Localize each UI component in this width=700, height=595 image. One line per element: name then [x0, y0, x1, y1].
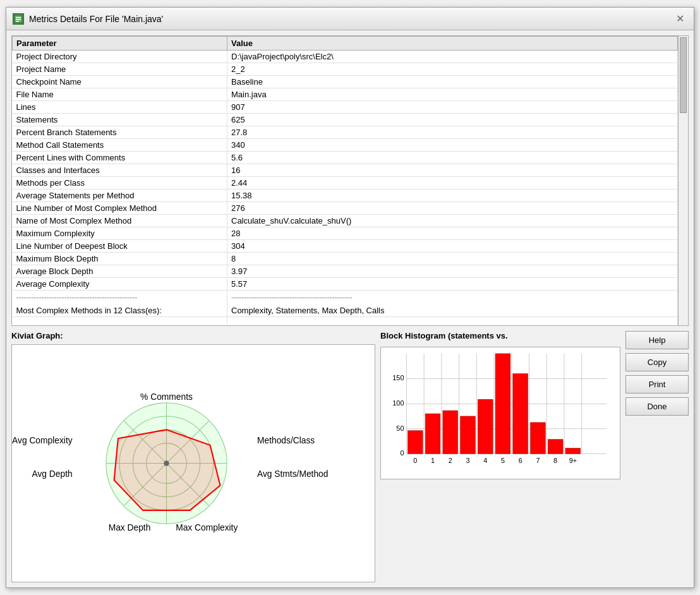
histogram-svg: 0 50 100 150 0 1 2 3 4 5 6 7 8: [381, 347, 620, 479]
table-row: Line Number of Deepest Block304: [13, 240, 678, 253]
param-cell: Project Name: [13, 63, 227, 76]
help-button[interactable]: Help: [625, 331, 689, 349]
svg-text:100: 100: [392, 399, 404, 407]
table-row: Statements625: [13, 114, 678, 126]
svg-text:0: 0: [400, 449, 404, 457]
buttons-panel: Help Copy Print Done: [625, 331, 689, 582]
svg-rect-3: [16, 21, 19, 22]
param-cell: Average Statements per Method: [13, 189, 227, 202]
svg-rect-33: [461, 416, 476, 454]
svg-rect-32: [443, 411, 458, 454]
svg-rect-34: [478, 399, 493, 454]
param-cell: Checkpoint Name: [13, 76, 227, 88]
svg-text:150: 150: [392, 374, 404, 382]
value-cell: 2_2: [227, 63, 678, 76]
window-icon: [13, 13, 24, 25]
param-cell: Methods per Class: [13, 177, 227, 189]
table-row: Name of Most Complex MethodCalculate_shu…: [13, 215, 678, 227]
svg-rect-30: [407, 431, 423, 454]
param-cell: Average Block Depth: [13, 265, 227, 278]
table-row: File NameMain.java: [13, 88, 678, 101]
svg-point-13: [164, 460, 169, 466]
svg-rect-37: [531, 423, 546, 454]
param-cell: Name of Most Complex Method: [13, 215, 227, 227]
label-top: % Comments: [140, 392, 193, 402]
param-cell: Maximum Complexity: [13, 227, 227, 240]
svg-text:7: 7: [536, 457, 540, 464]
svg-rect-35: [495, 354, 510, 454]
value-cell: 3.97: [227, 265, 678, 278]
label-bottom: Max Depth: [109, 522, 151, 532]
param-cell: Line Number of Most Complex Method: [13, 202, 227, 215]
svg-rect-31: [425, 414, 440, 454]
svg-text:8: 8: [553, 457, 557, 464]
close-button[interactable]: ✕: [672, 11, 687, 27]
header-value: Value: [227, 37, 678, 51]
bottom-section: Kiviat Graph:: [11, 331, 689, 582]
svg-text:4: 4: [483, 457, 487, 464]
kiviat-svg: % Comments Methods/Class Avg Stmts/Metho…: [12, 345, 375, 582]
svg-text:9+: 9+: [569, 457, 577, 464]
param-cell: Percent Branch Statements: [13, 126, 227, 139]
histogram-container: 0 50 100 150 0 1 2 3 4 5 6 7 8: [380, 347, 620, 479]
table-row: Lines907: [13, 101, 678, 114]
param-cell: Line Number of Deepest Block: [13, 240, 227, 253]
table-row: Percent Branch Statements27.8: [13, 126, 678, 139]
scrollbar[interactable]: [678, 36, 688, 325]
table-row: Checkpoint NameBaseline: [13, 76, 678, 88]
table-row: Maximum Complexity28: [13, 227, 678, 240]
table-scroll-area[interactable]: Parameter Value Project DirectoryD:\java…: [12, 36, 678, 325]
label-top-right: Methods/Class: [257, 435, 315, 445]
content-area: Parameter Value Project DirectoryD:\java…: [6, 30, 694, 587]
svg-text:1: 1: [431, 457, 435, 464]
value-cell: 340: [227, 139, 678, 152]
copy-button[interactable]: Copy: [625, 353, 689, 371]
svg-rect-2: [16, 19, 21, 20]
kiviat-title: Kiviat Graph:: [11, 331, 375, 340]
svg-rect-36: [513, 374, 528, 454]
svg-text:3: 3: [466, 457, 469, 464]
main-window: Metrics Details For File 'Main.java' ✕ P…: [6, 7, 694, 588]
most-complex-header-row: Most Complex Methods in 12 Class(es):Com…: [13, 304, 678, 317]
title-bar: Metrics Details For File 'Main.java' ✕: [6, 8, 694, 30]
value-cell: 5.57: [227, 278, 678, 291]
param-cell: Average Complexity: [13, 278, 227, 291]
table-row: Methods per Class2.44: [13, 177, 678, 189]
label-right: Avg Stmts/Method: [257, 469, 328, 479]
param-cell: Lines: [13, 101, 227, 114]
table-row: Project Name2_2: [13, 63, 678, 76]
label-left: Avg Depth: [32, 469, 72, 479]
value-cell: 304: [227, 240, 678, 253]
table-row: Maximum Block Depth8: [13, 253, 678, 265]
value-cell: 2.44: [227, 177, 678, 189]
print-button[interactable]: Print: [625, 375, 689, 394]
label-bottom-right: Max Complexity: [176, 522, 238, 532]
metrics-table: Parameter Value Project DirectoryD:\java…: [12, 36, 678, 325]
table-row: Project DirectoryD:\javaProject\poly\src…: [13, 51, 678, 63]
param-cell: File Name: [13, 88, 227, 101]
separator-row: ----------------------------------------…: [13, 291, 678, 305]
table-row: Average Complexity5.57: [13, 278, 678, 291]
value-cell: D:\javaProject\poly\src\Elc2\: [227, 51, 678, 63]
empty-row: [13, 317, 678, 326]
param-cell: Maximum Block Depth: [13, 253, 227, 265]
param-cell: Classes and Interfaces: [13, 164, 227, 177]
svg-text:50: 50: [396, 424, 404, 432]
svg-text:5: 5: [501, 457, 505, 464]
value-cell: 625: [227, 114, 678, 126]
histogram-title: Block Histogram (statements vs.: [380, 331, 620, 340]
svg-rect-39: [565, 448, 581, 454]
header-parameter: Parameter: [13, 37, 227, 51]
value-cell: Baseline: [227, 76, 678, 88]
kiviat-graph-container: % Comments Methods/Class Avg Stmts/Metho…: [11, 344, 375, 582]
value-cell: Main.java: [227, 88, 678, 101]
svg-text:2: 2: [449, 457, 452, 464]
svg-text:0: 0: [413, 457, 417, 464]
param-cell: Percent Lines with Comments: [13, 152, 227, 164]
value-cell: 8: [227, 253, 678, 265]
done-button[interactable]: Done: [625, 397, 689, 416]
value-cell: Calculate_shuV.calculate_shuV(): [227, 215, 678, 227]
svg-rect-38: [548, 440, 563, 454]
scrollbar-thumb[interactable]: [680, 37, 687, 113]
window-title: Metrics Details For File 'Main.java': [29, 14, 672, 24]
